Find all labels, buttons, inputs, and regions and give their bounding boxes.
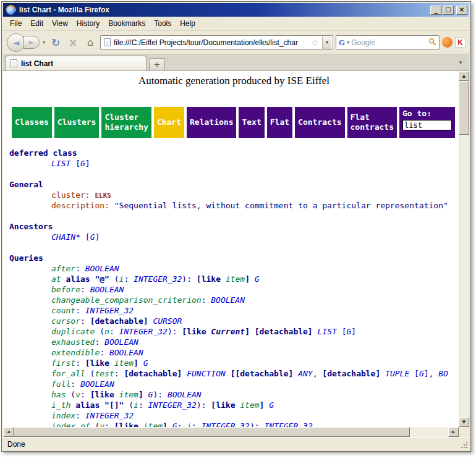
doc-text-segment: : [109, 327, 119, 336]
maximize-button[interactable]: □ [443, 6, 454, 15]
doc-text-segment: [like [197, 274, 226, 284]
scroll-right-button[interactable]: ► [448, 427, 459, 437]
doc-text-segment: INTEGER_32 [148, 400, 197, 410]
doc-text-segment: "Sequential lists, without commitment to… [114, 201, 448, 210]
doc-button-text[interactable]: Text [239, 107, 264, 138]
doc-text-segment: G [143, 358, 148, 368]
doc-text-segment: G [255, 274, 260, 284]
doc-button-label: Clusters [57, 117, 96, 127]
doc-button-label: hierarchy [104, 122, 148, 132]
doc-text-segment: LIST [51, 159, 70, 168]
doc-line: count: INTEGER_32 [9, 305, 459, 316]
new-tab-button[interactable]: + [149, 58, 165, 70]
close-button[interactable]: × [456, 6, 467, 15]
url-dropdown-button[interactable]: ▾ [322, 36, 331, 49]
doc-text-segment: ; [177, 421, 187, 427]
doc-button-classes[interactable]: Classes [12, 107, 52, 138]
doc-line [9, 169, 459, 179]
navigation-toolbar: ◄ ► ▾ ↻ × ⌂ ☆ ▾ G ▾ [3, 31, 469, 54]
doc-button-relations[interactable]: Relations [187, 107, 236, 138]
doc-text-segment: , [429, 369, 439, 378]
doc-line: before: BOOLEAN [9, 284, 459, 295]
doc-button-cluster-hierarchy[interactable]: Clusterhierarchy [101, 107, 151, 138]
doc-text-segment: before [51, 285, 80, 294]
doc-text-segment: INTEGER_32 [134, 274, 182, 284]
minimize-button[interactable]: _ [430, 6, 441, 15]
doc-button-chart[interactable]: Chart [154, 107, 184, 138]
doc-text-segment: : [114, 369, 124, 378]
doc-button-flat[interactable]: Flat [267, 107, 292, 138]
doc-text-segment: item [114, 358, 134, 368]
home-icon: ⌂ [87, 36, 93, 48]
horizontal-scrollbar[interactable]: ◄ ► [3, 427, 469, 438]
doc-line: cluster: ELKS [9, 190, 459, 200]
doc-text-segment: CURSOR [153, 316, 182, 326]
doc-text-segment [250, 274, 255, 284]
search-engine-dropdown[interactable]: ▾ [347, 40, 349, 45]
scroll-down-button[interactable]: ▼ [459, 417, 469, 427]
doc-text-segment: : [75, 411, 85, 420]
stop-button[interactable]: × [66, 35, 80, 50]
doc-button-clusters[interactable]: Clusters [54, 107, 100, 138]
doc-text-segment: : [138, 400, 148, 410]
doc-text-segment: has [51, 390, 66, 399]
doc-text-segment: INTEGER_32 [202, 421, 250, 427]
reload-button[interactable]: ↻ [48, 35, 63, 50]
doc-text-segment: ] [85, 159, 90, 168]
doc-button-flat-contracts[interactable]: Flatcontracts [347, 107, 397, 138]
addon-icon-orange[interactable] [442, 37, 453, 48]
doc-button-label: Relations [190, 117, 233, 127]
url-input[interactable] [114, 38, 308, 47]
doc-line: Ancestors [9, 221, 459, 232]
vertical-scrollbar-thumb[interactable] [459, 82, 469, 135]
menu-bar: FileEditViewHistoryBookmarksToolsHelp [3, 17, 469, 31]
doc-line: duplicate (n: INTEGER_32): [like Current… [9, 326, 459, 337]
list-all-tabs-button[interactable]: ▾ [455, 57, 466, 68]
menu-item-edit[interactable]: Edit [26, 17, 48, 30]
doc-text-segment: ] [95, 232, 100, 242]
doc-text-segment: ( [66, 390, 75, 399]
title-bar[interactable]: list Chart - Mozilla Firefox _ □ × [3, 3, 469, 17]
doc-text-segment: Ancestors [9, 222, 53, 231]
goto-input[interactable] [402, 120, 452, 130]
doc-text-segment: INTEGER_32 [85, 306, 134, 315]
doc-text-segment: duplicate [51, 327, 95, 336]
horizontal-scrollbar-thumb[interactable] [14, 427, 410, 437]
menu-item-tools[interactable]: Tools [150, 17, 176, 30]
search-bar[interactable]: G ▾ [336, 35, 440, 50]
addon-icon-k[interactable]: K [455, 37, 465, 48]
menu-item-file[interactable]: File [6, 17, 26, 30]
doc-line: Queries [9, 253, 459, 263]
doc-button-contracts[interactable]: Contracts [295, 107, 344, 138]
window-title: list Chart - Mozilla Firefox [19, 6, 429, 14]
doc-text-segment: BOOLEAN [104, 337, 138, 347]
scroll-up-button[interactable]: ▲ [459, 71, 469, 81]
doc-text-segment: : [80, 390, 90, 399]
resize-grip[interactable] [460, 441, 469, 449]
doc-text-segment: cursor [51, 316, 80, 326]
home-button[interactable]: ⌂ [83, 35, 98, 50]
history-dropdown-button[interactable]: ▾ [42, 40, 46, 45]
doc-line [9, 211, 459, 221]
back-button[interactable]: ◄ [7, 33, 25, 52]
doc-text-segment [313, 327, 318, 336]
doc-text-segment: BOOLEAN [168, 390, 202, 399]
doc-text-segment: : [124, 274, 134, 284]
doc-text-segment: BO [438, 369, 448, 378]
scroll-left-button[interactable]: ◄ [3, 427, 14, 437]
doc-text-segment [250, 327, 255, 336]
bookmark-star-icon[interactable]: ☆ [311, 38, 319, 48]
menu-item-history[interactable]: History [72, 17, 104, 30]
search-input[interactable] [351, 38, 427, 47]
vertical-scrollbar[interactable]: ▲ ▼ [459, 71, 469, 427]
doc-text-segment: ANY [298, 369, 312, 378]
menu-item-bookmarks[interactable]: Bookmarks [104, 17, 150, 30]
search-go-icon[interactable] [428, 37, 436, 48]
address-bar[interactable]: ☆ ▾ [100, 35, 333, 50]
menu-item-help[interactable]: Help [176, 17, 200, 30]
tab-list-chart[interactable]: list Chart [6, 56, 147, 70]
doc-text-segment: i_th [51, 400, 70, 410]
firefox-window: list Chart - Mozilla Firefox _ □ × FileE… [1, 1, 471, 452]
menu-item-view[interactable]: View [48, 17, 72, 30]
forward-button[interactable]: ► [23, 36, 40, 49]
